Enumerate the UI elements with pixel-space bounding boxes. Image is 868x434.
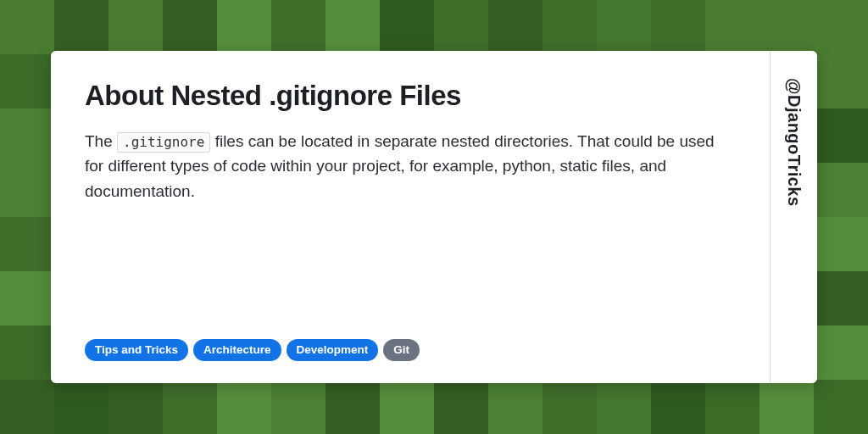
inline-code-gitignore: .gitignore	[117, 132, 210, 153]
content-card: About Nested .gitignore Files The .gitig…	[51, 51, 817, 383]
tag-development[interactable]: Development	[287, 339, 379, 361]
author-handle: @DjangoTricks	[784, 78, 804, 207]
tag-git[interactable]: Git	[383, 339, 420, 361]
desc-text-pre: The	[85, 132, 117, 150]
article-description: The .gitignore files can be located in s…	[85, 129, 736, 203]
tag-architecture[interactable]: Architecture	[193, 339, 281, 361]
tag-tips-and-tricks[interactable]: Tips and Tricks	[85, 339, 188, 361]
card-main: About Nested .gitignore Files The .gitig…	[51, 51, 770, 383]
card-sidebar: @DjangoTricks	[770, 51, 817, 383]
article-title: About Nested .gitignore Files	[85, 80, 736, 112]
tag-list: Tips and TricksArchitectureDevelopmentGi…	[85, 339, 420, 361]
